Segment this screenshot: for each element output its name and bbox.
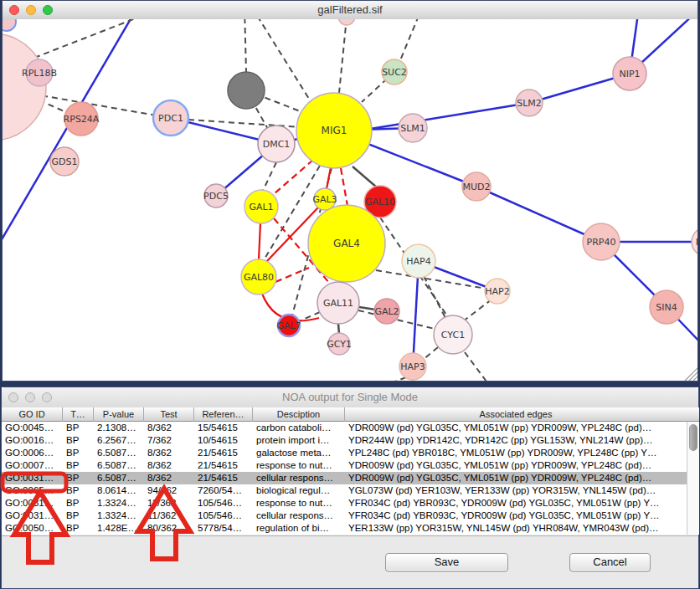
table-row[interactable]: GO:0016…BP6.2567…7/36210/54615protein im… <box>2 434 687 447</box>
cell-reference[interactable]: 105/546… <box>194 510 253 522</box>
cell-edges[interactable]: YDR009W (pd) YGL035C, YML051W (pp) YDR00… <box>345 422 687 434</box>
column-header-4[interactable]: Referen… <box>194 407 253 422</box>
node-label-PRP40: PRP40 <box>587 237 616 248</box>
cell-description[interactable]: response to nut… <box>253 459 345 472</box>
cell-p_value[interactable]: 2.1308… <box>94 422 144 434</box>
cancel-button[interactable]: Cancel <box>569 553 651 572</box>
cell-test[interactable]: 7/362 <box>144 434 194 447</box>
cell-edges[interactable]: YPL248C (pd) YBR018C, YML051W (pp) YDR00… <box>345 447 687 459</box>
cell-go_id[interactable]: GO:0065… <box>2 484 63 497</box>
table-row[interactable]: GO:0050…BP1.428E…80/3625778/54…regulatio… <box>2 522 687 535</box>
cell-type[interactable]: BP <box>63 447 94 459</box>
noa-window-titlebar[interactable]: NOA output for Single Mode <box>2 387 698 408</box>
cell-reference[interactable]: 5778/54… <box>194 522 253 535</box>
cell-go_id[interactable]: GO:0050… <box>2 522 63 535</box>
cell-p_value[interactable]: 6.2567… <box>94 434 144 447</box>
cell-go_id[interactable]: GO:0045… <box>2 422 63 434</box>
cell-type[interactable]: BP <box>63 422 94 434</box>
cell-test[interactable]: 94/362 <box>144 484 194 497</box>
cell-edges[interactable]: YDR244W (pp) YDR142C, YDR142C (pp) YGL15… <box>345 434 687 447</box>
cell-p_value[interactable]: 6.5087… <box>94 472 144 484</box>
cell-test[interactable]: 80/362 <box>144 522 194 535</box>
node-corner-node[interactable] <box>3 19 16 31</box>
cell-type[interactable]: BP <box>63 484 94 497</box>
cell-edges[interactable]: YDR009W (pd) YGL035C, YML051W (pp) YDR00… <box>345 459 687 472</box>
table-row[interactable]: GO:0031…BP1.3324…11/362105/546…cellular … <box>2 510 687 522</box>
cell-p_value[interactable]: 1.3324… <box>94 510 144 522</box>
network-canvas[interactable]: RPL18BRPS24AGDS1PDC1PDC5DMC1MIG1SUC2SLM1… <box>3 19 697 381</box>
cell-edges[interactable]: YFR034C (pd) YBR093C, YDR009W (pd) YGL03… <box>345 497 687 510</box>
edge <box>341 168 347 206</box>
cell-test[interactable]: 8/362 <box>144 447 194 459</box>
cell-test[interactable]: 11/362 <box>144 497 194 510</box>
resize-grip[interactable] <box>685 367 697 381</box>
cell-reference[interactable]: 21/54615 <box>194 472 253 484</box>
column-header-5[interactable]: Desciption <box>253 407 345 422</box>
cell-edges[interactable]: YER133W (pp) YOR315W, YNL145W (pd) YHR08… <box>345 522 687 535</box>
cell-description[interactable]: cellular respons… <box>253 510 345 522</box>
cell-test[interactable]: 11/362 <box>144 510 194 522</box>
cell-edges[interactable]: YGL073W (pd) YER103W, YER133W (pp) YOR31… <box>345 484 687 497</box>
cell-reference[interactable]: 15/54615 <box>194 422 253 434</box>
table-row[interactable]: GO:0045…BP2.1308…8/36215/54615carbon cat… <box>2 422 687 434</box>
column-header-3[interactable]: Test <box>144 407 194 422</box>
table-row[interactable]: GO:0031…BP6.5087…8/36221/54615cellular r… <box>2 472 687 484</box>
cell-type[interactable]: BP <box>63 472 94 484</box>
cell-go_id[interactable]: GO:0006… <box>2 447 63 459</box>
cell-description[interactable]: biological regul… <box>253 484 345 497</box>
edge <box>34 19 174 58</box>
vertical-scrollbar[interactable] <box>687 422 699 535</box>
cell-reference[interactable]: 10/54615 <box>194 434 253 447</box>
node-top-edge-node[interactable] <box>338 19 355 25</box>
cell-description[interactable]: carbon cataboli… <box>253 422 345 434</box>
table-row[interactable]: GO:0006…BP6.5087…8/36221/54615galactose … <box>2 447 687 459</box>
column-header-6[interactable]: Associated edges <box>345 407 687 422</box>
cell-reference[interactable]: 7260/54… <box>194 484 253 497</box>
table-row[interactable]: GO:0031…BP1.3324…11/362105/546…response … <box>2 497 687 510</box>
cell-test[interactable]: 8/362 <box>144 472 194 484</box>
cell-reference[interactable]: 21/54615 <box>194 459 253 472</box>
cell-go_id[interactable]: GO:0016… <box>2 434 63 447</box>
scrollbar-thumb[interactable] <box>689 424 697 451</box>
cell-description[interactable]: cellular respons… <box>253 472 345 484</box>
cell-p_value[interactable]: 1.428E… <box>94 522 144 535</box>
table-row[interactable]: GO:0007…BP6.5087…8/36221/54615response t… <box>2 459 687 472</box>
cell-test[interactable]: 8/362 <box>144 459 194 472</box>
column-header-0[interactable]: GO ID <box>2 407 63 422</box>
cell-p_value[interactable]: 1.3324… <box>94 497 144 510</box>
cell-type[interactable]: BP <box>63 434 94 447</box>
noa-window-title: NOA output for Single Mode <box>2 387 698 407</box>
cell-reference[interactable]: 105/546… <box>194 497 253 510</box>
column-header-1[interactable]: T… <box>63 407 94 422</box>
cell-edges[interactable]: YDR009W (pd) YGL035C, YML051W (pp) YDR00… <box>345 472 687 484</box>
node-label-PDC5: PDC5 <box>203 191 229 202</box>
save-button[interactable]: Save <box>385 553 508 572</box>
table-row[interactable]: GO:0065…BP8.0614…94/3627260/54…biologica… <box>2 484 687 497</box>
edge <box>476 187 601 242</box>
cell-go_id[interactable]: GO:0007… <box>2 459 63 472</box>
cell-type[interactable]: BP <box>63 497 94 510</box>
cell-go_id[interactable]: GO:0031… <box>2 497 63 510</box>
cell-description[interactable]: protein import i… <box>253 434 345 447</box>
cell-description[interactable]: response to nut… <box>253 497 345 510</box>
cell-go_id[interactable]: GO:0031… <box>2 472 63 484</box>
cell-p_value[interactable]: 8.0614… <box>94 484 144 497</box>
cell-reference[interactable]: 21/54615 <box>194 447 253 459</box>
node-label-RPS24A: RPS24A <box>64 114 100 125</box>
cell-p_value[interactable]: 6.5087… <box>94 447 144 459</box>
cell-type[interactable]: BP <box>63 459 94 472</box>
node-gray-node[interactable] <box>228 72 265 109</box>
cell-type[interactable]: BP <box>63 510 94 522</box>
graph-window-titlebar[interactable]: galFiltered.sif <box>3 1 697 20</box>
cell-type[interactable]: BP <box>63 522 94 535</box>
cell-p_value[interactable]: 6.5087… <box>94 459 144 472</box>
node-label-GDS1: GDS1 <box>52 156 78 167</box>
cell-edges[interactable]: YFR034C (pd) YBR093C, YDR009W (pd) YGL03… <box>345 510 687 522</box>
node-label-GAL11: GAL11 <box>323 298 353 309</box>
column-header-2[interactable]: P-value <box>94 407 144 422</box>
node-large-pink-node[interactable] <box>3 33 46 141</box>
cell-description[interactable]: regulation of bi… <box>253 522 345 535</box>
cell-description[interactable]: galactose meta… <box>253 447 345 459</box>
cell-go_id[interactable]: GO:0031… <box>2 510 63 522</box>
cell-test[interactable]: 8/362 <box>144 422 194 434</box>
